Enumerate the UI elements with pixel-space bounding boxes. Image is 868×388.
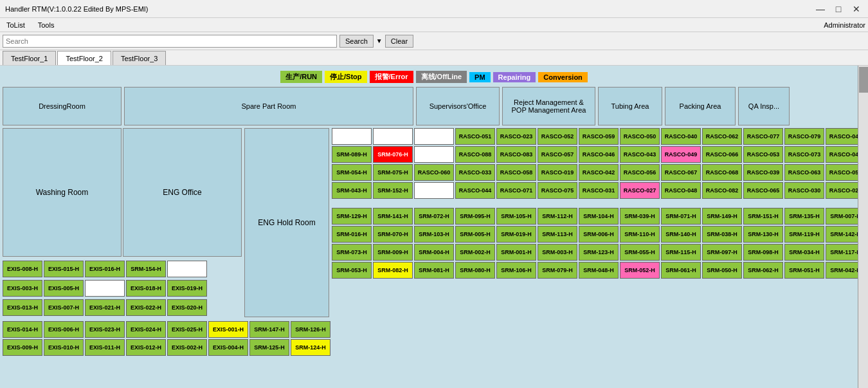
machine-RASCO-051[interactable]: RASCO-051 xyxy=(455,128,495,145)
search-button[interactable]: Search xyxy=(339,35,374,48)
machine-SRM-141-H[interactable]: SRM-141-H xyxy=(373,208,413,225)
machine-RASCO-060[interactable]: RASCO-060 xyxy=(414,164,454,181)
machine-SRM-062-H[interactable]: SRM-062-H xyxy=(743,262,783,279)
machine-SRM-149-H[interactable]: SRM-149-H xyxy=(702,208,742,225)
machine-SRM-152-H[interactable]: SRM-152-H xyxy=(373,182,413,199)
machine-SRM-043-H[interactable]: SRM-043-H xyxy=(332,182,372,199)
machine-RASCO-033[interactable]: RASCO-033 xyxy=(455,164,495,181)
machine-RASCO-053[interactable]: RASCO-053 xyxy=(743,146,783,163)
machine-RASCO-077[interactable]: RASCO-077 xyxy=(743,128,783,145)
tab-testfloor1[interactable]: TestFloor_1 xyxy=(3,51,56,65)
machine-EXIS-020-H[interactable]: EXIS-020-H xyxy=(167,299,207,316)
machine-RASCO-039[interactable]: RASCO-039 xyxy=(743,164,783,181)
machine-SRM-112-H[interactable]: SRM-112-H xyxy=(538,208,577,225)
machine-SRM-053-H[interactable]: SRM-053-H xyxy=(332,262,372,279)
machine-RASCO-059[interactable]: RASCO-059 xyxy=(579,128,619,145)
machine-SRM-151-H[interactable]: SRM-151-H xyxy=(743,208,783,225)
machine-SRM-050-H[interactable]: SRM-050-H xyxy=(702,262,742,279)
machine-RASCO-075[interactable]: RASCO-075 xyxy=(538,182,577,199)
machine-SRM-080-H[interactable]: SRM-080-H xyxy=(455,262,495,279)
machine-RASCO-023[interactable]: RASCO-023 xyxy=(496,128,536,145)
machine-SRM-039-H[interactable]: SRM-039-H xyxy=(620,208,660,225)
machine-SRM-076-H[interactable]: SRM-076-H xyxy=(373,146,413,163)
machine-EXIS-008-H[interactable]: EXIS-008-H xyxy=(3,261,42,277)
machine-RASCO-048[interactable]: RASCO-048 xyxy=(661,182,701,199)
machine-SRM-147-H[interactable]: SRM-147-H xyxy=(249,321,289,338)
maximize-button[interactable]: □ xyxy=(832,3,845,15)
machine-EXIS-011-H[interactable]: EXIS-011-H xyxy=(85,339,125,356)
menu-tools[interactable]: Tools xyxy=(34,20,59,30)
machine-RASCO-040[interactable]: RASCO-040 xyxy=(661,128,701,145)
machine-SRM-006-H[interactable]: SRM-006-H xyxy=(579,226,619,243)
machine-SRM-105-H[interactable]: SRM-105-H xyxy=(496,208,536,225)
machine-EXIS-002-H[interactable]: EXIS-002-H xyxy=(167,339,207,356)
machine-RASCO-043[interactable]: RASCO-043 xyxy=(620,146,660,163)
machine-RASCO-050[interactable]: RASCO-050 xyxy=(620,128,660,145)
machine-SRM-054-H[interactable]: SRM-054-H xyxy=(332,164,372,181)
machine-SRM-009-H[interactable]: SRM-009-H xyxy=(373,244,413,261)
machine-SRM-135-H[interactable]: SRM-135-H xyxy=(784,208,824,225)
scroll-thumb[interactable] xyxy=(859,67,868,93)
tab-testfloor3[interactable]: TestFloor_3 xyxy=(113,51,166,65)
machine-EXIS-007-H[interactable]: EXIS-007-H xyxy=(44,299,84,316)
machine-RASCO-044[interactable]: RASCO-044 xyxy=(455,182,495,199)
machine-SRM-081-H[interactable]: SRM-081-H xyxy=(414,262,454,279)
clear-button[interactable]: Clear xyxy=(385,35,413,48)
machine-SRM-095-H[interactable]: SRM-095-H xyxy=(455,208,495,225)
machine-SRM-130-H[interactable]: SRM-130-H xyxy=(743,226,783,243)
tab-testfloor2[interactable]: TestFloor_2 xyxy=(57,51,111,65)
machine-SRM-052-H[interactable]: SRM-052-H xyxy=(620,262,660,279)
machine-RASCO-030[interactable]: RASCO-030 xyxy=(784,182,824,199)
machine-SRM-048-H[interactable]: SRM-048-H xyxy=(579,262,619,279)
machine-SRM-103-H[interactable]: SRM-103-H xyxy=(414,226,454,243)
minimize-button[interactable]: — xyxy=(814,3,827,15)
machine-SRM-055-H[interactable]: SRM-055-H xyxy=(620,244,660,261)
machine-SRM-061-H[interactable]: SRM-061-H xyxy=(661,262,701,279)
machine-SRM-072-H[interactable]: SRM-072-H xyxy=(414,208,454,225)
machine-SRM-019-H[interactable]: SRM-019-H xyxy=(496,226,536,243)
machine-SRM-002-H[interactable]: SRM-002-H xyxy=(455,244,495,261)
machine-SRM-098-H[interactable]: SRM-098-H xyxy=(743,244,783,261)
machine-RASCO-027[interactable]: RASCO-027 xyxy=(620,182,660,199)
machine-RASCO-071[interactable]: RASCO-071 xyxy=(496,182,536,199)
machine-SRM-104-H[interactable]: SRM-104-H xyxy=(579,208,619,225)
machine-SRM-075-H[interactable]: SRM-075-H xyxy=(373,164,413,181)
machine-EXIS-005-H[interactable]: EXIS-005-H xyxy=(44,280,84,297)
machine-EXIS-019-H[interactable]: EXIS-019-H xyxy=(167,280,207,297)
machine-SRM-082-H[interactable]: SRM-082-H xyxy=(373,262,413,279)
machine-SRM-079-H[interactable]: SRM-079-H xyxy=(538,262,577,279)
machine-SRM-129-H[interactable]: SRM-129-H xyxy=(332,208,372,225)
machine-SRM-097-H[interactable]: SRM-097-H xyxy=(702,244,742,261)
machine-RASCO-046[interactable]: RASCO-046 xyxy=(579,146,619,163)
machine-RASCO-073[interactable]: RASCO-073 xyxy=(784,146,824,163)
machine-EXIS-023-H[interactable]: EXIS-023-H xyxy=(85,321,125,338)
machine-EXIS-006-H[interactable]: EXIS-006-H xyxy=(44,321,84,338)
machine-SRM-110-H[interactable]: SRM-110-H xyxy=(620,226,660,243)
machine-EXIS-015-H[interactable]: EXIS-015-H xyxy=(44,261,84,277)
machine-SRM-051-H[interactable]: SRM-051-H xyxy=(784,262,824,279)
machine-SRM-125-H[interactable]: SRM-125-H xyxy=(249,339,289,356)
machine-EXIS-016-H[interactable]: EXIS-016-H xyxy=(85,261,125,277)
machine-RASCO-068[interactable]: RASCO-068 xyxy=(702,164,742,181)
machine-SRM-004-H[interactable]: SRM-004-H xyxy=(414,244,454,261)
machine-RASCO-052[interactable]: RASCO-052 xyxy=(538,128,577,145)
machine-RASCO-062[interactable]: RASCO-062 xyxy=(702,128,742,145)
machine-EXIS-013-H[interactable]: EXIS-013-H xyxy=(3,299,42,316)
machine-EXIS-025-H[interactable]: EXIS-025-H xyxy=(167,321,207,338)
machine-RASCO-067[interactable]: RASCO-067 xyxy=(661,164,701,181)
machine-EXIS-018-H[interactable]: EXIS-018-H xyxy=(126,280,166,297)
machine-EXIS-010-H[interactable]: EXIS-010-H xyxy=(44,339,84,356)
machine-RASCO-031[interactable]: RASCO-031 xyxy=(579,182,619,199)
machine-EXIS-014-H[interactable]: EXIS-014-H xyxy=(3,321,42,338)
machine-SRM-038-H[interactable]: SRM-038-H xyxy=(702,226,742,243)
machine-SRM-005-H[interactable]: SRM-005-H xyxy=(455,226,495,243)
machine-RASCO-058[interactable]: RASCO-058 xyxy=(496,164,536,181)
machine-SRM-106-H[interactable]: SRM-106-H xyxy=(496,262,536,279)
machine-EXIS-009-H[interactable]: EXIS-009-H xyxy=(3,339,42,356)
machine-SRM-119-H[interactable]: SRM-119-H xyxy=(784,226,824,243)
machine-EXIS-004-H[interactable]: EXIS-004-H xyxy=(208,339,248,356)
machine-RASCO-082[interactable]: RASCO-082 xyxy=(702,182,742,199)
machine-SRM-034-H[interactable]: SRM-034-H xyxy=(784,244,824,261)
machine-SRM-003-H[interactable]: SRM-003-H xyxy=(538,244,577,261)
machine-RASCO-057[interactable]: RASCO-057 xyxy=(538,146,577,163)
